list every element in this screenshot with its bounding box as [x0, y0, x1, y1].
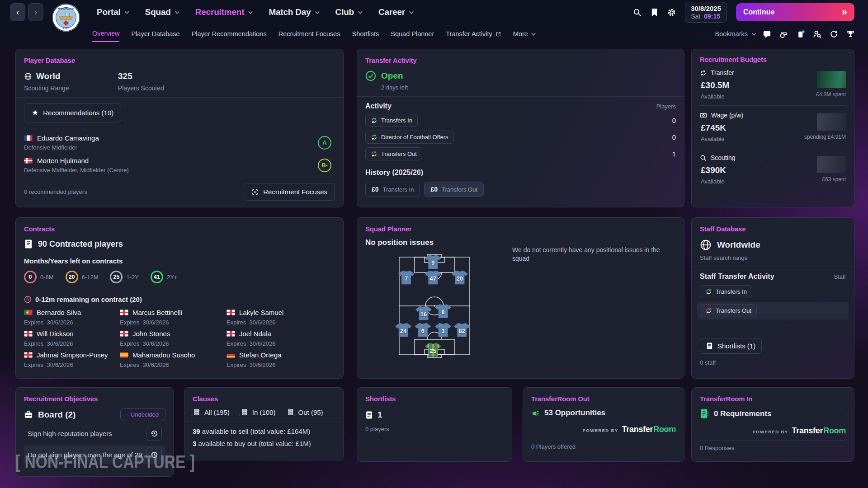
card-title: Staff Database	[700, 225, 846, 233]
subnav-shortlists[interactable]: Shortlists	[352, 26, 379, 42]
budget-mini-chart	[817, 156, 846, 173]
flag-icon	[24, 158, 33, 164]
clauses-sell-line: 39 available to sell (total value: £164M…	[193, 427, 335, 435]
cards-icon[interactable]	[796, 29, 805, 39]
contract-player[interactable]: Will DicksonExpires 30/6/2026	[24, 330, 120, 347]
subnav-player-recommendations[interactable]: Player Recommendations	[192, 26, 267, 42]
staff-transfers-out-row[interactable]: Transfers Out	[697, 302, 849, 319]
staff-range-label: Staff search range	[700, 254, 846, 261]
history-transfers-out-button[interactable]: £0Transfers Out	[424, 182, 484, 197]
staff-shortlists-button[interactable]: Shortlists (1)	[700, 338, 762, 354]
contract-bucket[interactable]: 0 0-6M	[24, 271, 54, 283]
recommendations-button[interactable]: ★ Recommendations (10)	[24, 103, 121, 122]
contract-bucket[interactable]: 25 1-2Y	[110, 271, 138, 283]
person-search-icon[interactable]	[812, 29, 822, 39]
subnav-recruitment-focuses[interactable]: Recruitment Focuses	[278, 26, 340, 42]
clauses-tab-out[interactable]: ↓ Out (95)	[287, 408, 323, 416]
contract-bucket[interactable]: 20 6-12M	[66, 271, 99, 283]
recommended-count-note: 0 recommended players	[24, 188, 87, 195]
squad-jersey-25[interactable]: 25	[425, 343, 441, 357]
clauses-tab-in[interactable]: ↑ In (100)	[241, 408, 276, 416]
objective-row[interactable]: Sign high-reputation players	[24, 424, 165, 442]
squad-jersey-6[interactable]: 6	[415, 323, 431, 337]
contract-player[interactable]: Joel NdalaExpires 30/6/2026	[226, 330, 335, 347]
history-transfers-in-button[interactable]: £0Transfers In	[365, 182, 420, 197]
chevron-down-icon	[125, 9, 129, 14]
contract-player[interactable]: Jahmai Simpson-PuseyExpires 30/6/2026	[24, 351, 120, 368]
position-issues-note: We do not currently have any positional …	[512, 246, 675, 263]
subnav-more[interactable]: More	[513, 26, 534, 42]
check-circle-icon	[365, 70, 376, 81]
search-icon[interactable]	[633, 8, 642, 17]
contract-bucket[interactable]: 41 2Y+	[151, 271, 178, 283]
continue-button[interactable]: Continue »	[736, 3, 854, 21]
list-document-icon	[365, 411, 373, 419]
squad-jersey-24[interactable]: 24	[395, 323, 411, 337]
bookmark-icon[interactable]	[651, 8, 658, 17]
squad-jersey-20[interactable]: 20	[452, 271, 468, 285]
squad-jersey-47[interactable]: 47	[425, 271, 441, 285]
subnav-overview[interactable]: Overview	[92, 26, 119, 42]
objective-status-badge[interactable]: - Undecided	[120, 408, 165, 421]
squad-jersey-7[interactable]: 7	[398, 271, 415, 285]
dof-offers-row[interactable]: Director of Football Offers 0	[365, 131, 676, 144]
objective-history-button[interactable]	[146, 426, 162, 441]
requirements-document-icon	[700, 408, 709, 419]
contract-player[interactable]: Marcus BettinelliExpires 30/6/2026	[120, 309, 226, 326]
contract-player[interactable]: Bernardo SilvaExpires 30/6/2026	[24, 309, 120, 326]
nav-career[interactable]: Career	[378, 7, 412, 17]
messages-icon[interactable]	[762, 29, 772, 39]
contract-player[interactable]: Stefan OrtegaExpires 30/6/2026	[226, 351, 335, 368]
staff-transfers-in-row[interactable]: Transfers In	[700, 285, 846, 298]
contract-player[interactable]: John StonesExpires 30/6/2026	[120, 330, 226, 347]
recommended-player-row[interactable]: Eduardo Camavinga Defensive Midfielder A	[24, 134, 335, 151]
nav-match-day[interactable]: Match Day	[269, 7, 318, 17]
budget-mini-chart	[817, 71, 846, 88]
whistle-icon[interactable]	[779, 29, 788, 39]
contract-player[interactable]: Lakyle SamuelExpires 30/6/2026	[226, 309, 335, 326]
refresh-icon[interactable]	[829, 29, 839, 39]
nav-club[interactable]: Club	[335, 7, 361, 17]
globe-icon	[24, 72, 32, 80]
staff-count-note: 0 staff	[700, 359, 846, 366]
transfers-in-row[interactable]: Transfers In 0	[365, 114, 676, 127]
clauses-tab-all[interactable]: ↓↑ All (195)	[193, 408, 230, 416]
card-title: TransferRoom Out	[531, 395, 676, 403]
squad-jersey-9[interactable]: 9	[425, 255, 441, 269]
board-objectives-label[interactable]: Board (2)	[24, 410, 75, 420]
transfers-out-row[interactable]: Transfers Out 1	[365, 147, 676, 160]
nav-recruitment[interactable]: Recruitment	[195, 7, 252, 17]
club-crest[interactable]: MANCHESTER CITY	[52, 3, 80, 32]
formation-pitch: 97472016824638225	[398, 253, 471, 358]
wage-budget-row[interactable]: Wage (p/w) £745K Available spending £4.9…	[700, 105, 846, 148]
subnav-transfer-activity[interactable]: Transfer Activity	[446, 26, 501, 42]
squad-planner-card: Squad Planner No position issues We do n…	[357, 217, 684, 379]
scouting-budget-row[interactable]: Scouting £390K Available £63 spent	[700, 148, 846, 190]
forward-button[interactable]: ›	[28, 3, 43, 21]
nav-squad[interactable]: Squad	[145, 7, 178, 17]
squad-jersey-16[interactable]: 16	[415, 306, 432, 320]
expiring-contracts-header: 0-12m remaining on contract (20)	[35, 296, 142, 303]
flag-icon	[24, 310, 33, 315]
settings-gear-icon[interactable]	[667, 8, 676, 17]
squad-jersey-3[interactable]: 3	[435, 323, 451, 337]
trophy-icon[interactable]	[846, 29, 855, 39]
bookmarks-dropdown[interactable]: Bookmarks	[715, 30, 755, 38]
focus-target-icon	[251, 188, 259, 196]
players-offered-note: 0 Players offered	[531, 443, 676, 450]
recruitment-focuses-button[interactable]: Recruitment Focuses	[244, 183, 335, 201]
back-button[interactable]: ‹	[10, 3, 25, 21]
transfer-budget-row[interactable]: Transfer £30.5M Available £4.3M spent	[700, 63, 846, 105]
flag-icon	[226, 352, 235, 358]
game-date-widget[interactable]: 30/8/2025 Sat09:15	[685, 2, 727, 23]
nav-portal[interactable]: Portal	[97, 7, 128, 17]
squad-jersey-82[interactable]: 82	[454, 323, 470, 337]
recommended-player-row[interactable]: Morten Hjulmand Defensive Midfielder, Mi…	[24, 157, 335, 174]
contract-player[interactable]: Mahamadou SusohoExpires 30/6/2026	[120, 351, 226, 368]
shortlists-card: Shortlists 1 0 players	[357, 387, 512, 462]
subnav-squad-planner[interactable]: Squad Planner	[391, 26, 434, 42]
transferroom-brand: POWERED BY TransferRoom	[531, 425, 676, 434]
staff-column-header: Staff	[834, 273, 846, 280]
squad-jersey-8[interactable]: 8	[435, 304, 451, 318]
subnav-player-database[interactable]: Player Database	[131, 26, 179, 42]
